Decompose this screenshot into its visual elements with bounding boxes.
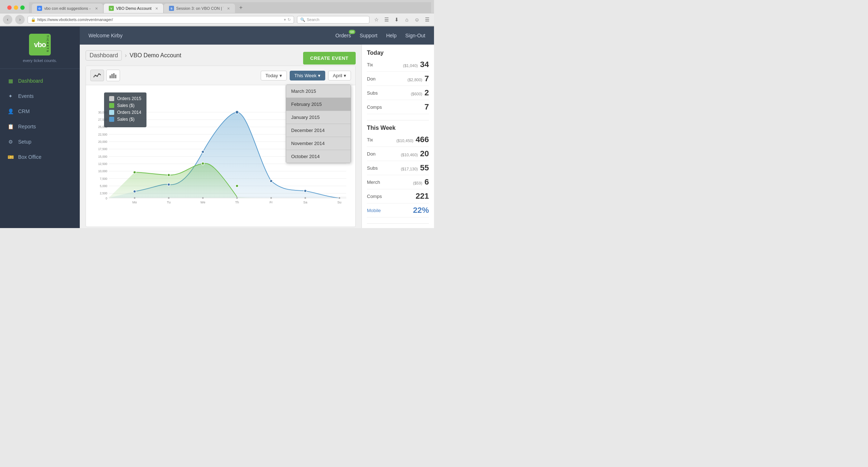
- crm-icon: 👤: [7, 108, 14, 115]
- month-dropdown: March 2015 February 2015 January 2015 De…: [286, 84, 351, 163]
- week-tix-label: Tix: [367, 137, 373, 142]
- browser-tab-2[interactable]: V VBO Demo Account ✕: [104, 4, 163, 13]
- download-btn[interactable]: ⬇: [393, 16, 401, 24]
- logo: vbo TICKETS: [29, 34, 51, 55]
- this-week-filter-btn[interactable]: This Week ▾: [290, 71, 325, 80]
- legend-item-sales2015: Sales ($): [109, 103, 141, 108]
- bar-chart-btn[interactable]: [106, 70, 120, 81]
- logo-subtext: TICKETS: [46, 35, 49, 53]
- week-don-amount: ($10,460): [401, 153, 418, 157]
- sidebar-item-reports[interactable]: 📋 Reports: [0, 119, 80, 134]
- back-btn[interactable]: ‹: [3, 15, 12, 24]
- svg-rect-6: [111, 74, 113, 78]
- week-subs-value: 55: [420, 163, 429, 173]
- breadcrumb-home[interactable]: Dashboard: [86, 50, 122, 61]
- search-magnifier-icon: 🔍: [300, 17, 305, 22]
- browser-actions: ☆ ☰ ⬇ ⌂ ☺ ☰: [372, 16, 431, 24]
- minimize-window-btn[interactable]: [14, 5, 18, 10]
- svg-text:15,000: 15,000: [98, 155, 108, 158]
- sidebar-item-dashboard[interactable]: ▦ Dashboard: [0, 73, 80, 88]
- lock-icon: 🔒: [31, 17, 36, 22]
- tab1-close[interactable]: ✕: [95, 7, 98, 11]
- week-subs-label: Subs: [367, 165, 378, 171]
- baseline-dot-th: [236, 197, 238, 199]
- week-merch-label: Merch: [367, 179, 380, 185]
- breadcrumb: Dashboard › VBO Demo Account: [86, 50, 181, 61]
- svg-point-2: [96, 75, 98, 77]
- baseline-dot-mo: [134, 197, 136, 199]
- bookmark-list-btn[interactable]: ☰: [383, 16, 390, 24]
- dropdown-item-feb2015[interactable]: February 2015: [286, 98, 351, 111]
- forward-btn[interactable]: ›: [15, 15, 25, 24]
- dropdown-item-march2015[interactable]: March 2015: [286, 85, 351, 98]
- baseline-dot-sa: [305, 197, 306, 199]
- address-bar: ‹ › 🔒 https://www.vbotickets.com/eventma…: [0, 13, 434, 26]
- breadcrumb-current: VBO Demo Account: [130, 52, 181, 59]
- browser-tab-1[interactable]: G vbo con edit suggestions - ... ✕: [32, 4, 103, 13]
- url-bar[interactable]: 🔒 https://www.vbotickets.com/eventmanage…: [28, 16, 294, 24]
- legend-item-orders2014: Orders 2014: [109, 110, 141, 115]
- svg-rect-7: [113, 73, 115, 78]
- chart-toolbar: Today ▾ This Week ▾ April ▾: [86, 66, 355, 85]
- april-label: April: [333, 73, 342, 78]
- app-container: vbo TICKETS every ticket counts. ▦ Dashb…: [0, 26, 434, 228]
- svg-text:We: We: [201, 201, 205, 204]
- section-divider-2: [367, 223, 429, 224]
- this-week-title: This Week: [367, 125, 429, 131]
- profile-btn[interactable]: ☺: [413, 16, 421, 24]
- orders-nav-btn[interactable]: Orders 68: [335, 33, 351, 38]
- dropdown-item-nov2014[interactable]: November 2014: [286, 137, 351, 150]
- top-nav: Orders 68 Support Help Sign-Out: [335, 33, 425, 38]
- legend-color-sales2015: [109, 103, 114, 108]
- today-filter-btn[interactable]: Today ▾: [261, 71, 287, 80]
- svg-rect-8: [115, 75, 116, 78]
- sidebar-item-boxoffice[interactable]: 🎫 Box Office: [0, 149, 80, 165]
- logo-area: vbo TICKETS every ticket counts.: [0, 26, 80, 69]
- today-title: Today: [367, 50, 429, 56]
- month-filter-btn[interactable]: April ▾: [328, 71, 351, 80]
- legend-color-orders2015: [109, 96, 114, 101]
- dropdown-item-dec2014[interactable]: December 2014: [286, 124, 351, 137]
- this-week-chevron-icon: ▾: [318, 73, 321, 78]
- home-btn[interactable]: ⌂: [403, 16, 411, 24]
- svg-text:Tu: Tu: [167, 201, 170, 204]
- baseline-dot-tu: [168, 197, 170, 199]
- events-icon: ✦: [7, 93, 14, 99]
- new-tab-btn[interactable]: +: [236, 2, 246, 13]
- sidebar-item-setup[interactable]: ⚙ Setup: [0, 134, 80, 149]
- today-don-label: Don: [367, 76, 376, 82]
- traffic-lights: [3, 3, 29, 13]
- browser-tab-3[interactable]: S Session 3: on VBO CON | Tr... ✕: [164, 4, 235, 13]
- today-comps-label: Comps: [367, 104, 382, 110]
- menu-btn[interactable]: ☰: [423, 16, 431, 24]
- browser-search-bar[interactable]: 🔍 Search: [297, 16, 369, 24]
- tab3-close[interactable]: ✕: [227, 7, 230, 11]
- sidebar-item-events[interactable]: ✦ Events: [0, 88, 80, 104]
- close-window-btn[interactable]: [7, 5, 12, 10]
- refresh-icon[interactable]: ↻: [288, 17, 291, 22]
- help-nav-btn[interactable]: Help: [386, 33, 397, 38]
- week-comps-row: Comps 221: [367, 191, 429, 203]
- svg-text:7,500: 7,500: [100, 177, 107, 181]
- signout-nav-btn[interactable]: Sign-Out: [405, 33, 425, 38]
- line-chart-btn[interactable]: [90, 70, 104, 81]
- create-event-button[interactable]: CREATE EVENT: [303, 52, 356, 65]
- support-nav-btn[interactable]: Support: [360, 33, 377, 38]
- tab2-close[interactable]: ✕: [155, 7, 158, 11]
- this-week-label: This Week: [294, 73, 317, 78]
- week-mobile-value: 22%: [413, 206, 429, 215]
- chart-legend: Orders 2015 Sales ($) Orders 2014: [104, 92, 146, 127]
- sidebar-item-crm[interactable]: 👤 CRM: [0, 104, 80, 119]
- maximize-window-btn[interactable]: [20, 5, 25, 10]
- welcome-text: Welcome Kirby: [88, 33, 123, 38]
- orders-badge: 68: [349, 30, 355, 34]
- dropdown-item-jan2015[interactable]: January 2015: [286, 111, 351, 124]
- week-merch-amount: ($59): [413, 181, 422, 185]
- svg-text:22,500: 22,500: [98, 133, 108, 136]
- bookmark-star-btn[interactable]: ☆: [372, 16, 380, 24]
- dropdown-item-oct2014[interactable]: October 2014: [286, 150, 351, 163]
- data-point-green-th: [236, 185, 239, 187]
- today-subs-value: 2: [425, 88, 429, 98]
- breadcrumb-row: Dashboard › VBO Demo Account CREATE EVEN…: [86, 50, 356, 66]
- data-point-blue-mo: [133, 190, 136, 193]
